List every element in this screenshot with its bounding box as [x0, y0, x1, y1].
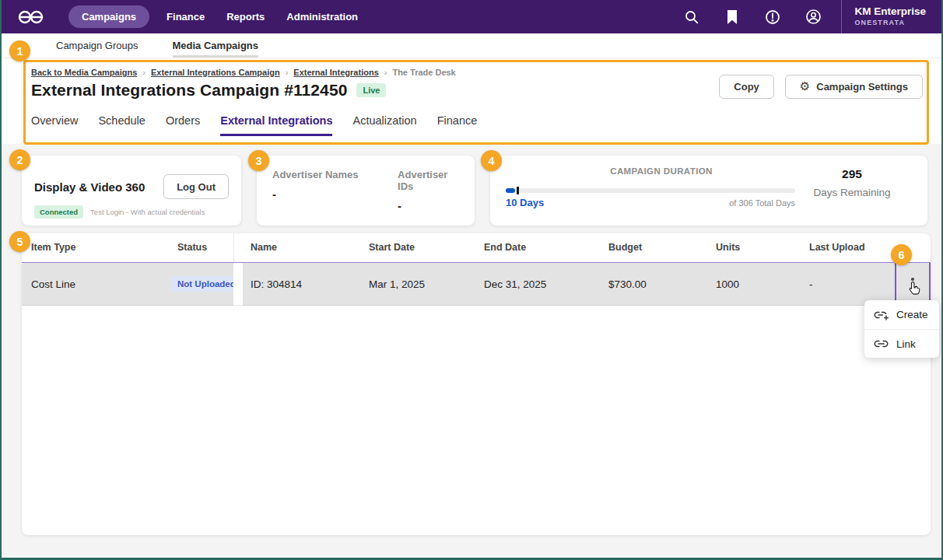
duration-title: CAMPAIGN DURATION — [490, 166, 833, 176]
tenant-name: KM Enterprise — [854, 5, 926, 19]
subnav-campaign-groups[interactable]: Campaign Groups — [56, 33, 138, 58]
breadcrumb-campaign-link[interactable]: External Integrations Campaign — [151, 68, 280, 77]
advertiser-names-label: Advertiser Names — [272, 169, 398, 180]
breadcrumb-separator: › — [142, 68, 145, 77]
breadcrumb-separator: › — [384, 68, 387, 77]
alert-info-icon[interactable] — [763, 8, 782, 26]
column-header-budget: Budget — [601, 233, 708, 262]
campaign-header: Back to Media Campaigns › External Integ… — [0, 58, 943, 144]
cell-item-type: Cost Line — [22, 263, 170, 306]
nav-campaigns[interactable]: Campaigns — [68, 5, 149, 28]
tab-schedule[interactable]: Schedule — [98, 114, 145, 136]
days-remaining-label: Days Remaining — [798, 187, 906, 198]
menu-item-create[interactable]: Create — [864, 300, 939, 329]
app-window: Campaigns Finance Reports Administration — [0, 0, 943, 560]
tab-actualization[interactable]: Actualization — [352, 114, 416, 136]
connected-badge: Connected — [34, 205, 83, 219]
campaign-settings-button[interactable]: ⚙ Campaign Settings — [785, 75, 923, 99]
duration-progress-track — [506, 188, 795, 193]
search-icon[interactable] — [682, 8, 701, 26]
advertiser-names-value: - — [272, 187, 398, 201]
nav-finance[interactable]: Finance — [167, 11, 205, 23]
navbar-divider — [841, 0, 842, 33]
top-navbar: Campaigns Finance Reports Administration — [0, 0, 943, 33]
breadcrumb-current: The Trade Desk — [392, 68, 455, 77]
column-header-name: Name — [243, 233, 361, 262]
advertiser-ids-label: Advertiser IDs — [398, 169, 459, 192]
duration-total-label: of 306 Total Days — [506, 198, 795, 208]
nav-reports[interactable]: Reports — [226, 11, 265, 23]
cell-last-upload: - — [801, 263, 895, 306]
table-header-row: Item Type Status Name Start Date End Dat… — [22, 233, 931, 262]
cell-status: Not Uploaded — [170, 263, 233, 306]
frozen-column-divider — [233, 233, 243, 262]
copy-button[interactable]: Copy — [719, 75, 774, 99]
duration-elapsed-bar — [506, 188, 515, 193]
menu-item-link-label: Link — [896, 338, 916, 350]
not-uploaded-badge: Not Uploaded — [171, 276, 242, 292]
gear-icon: ⚙ — [800, 81, 810, 93]
column-header-start-date: Start Date — [361, 233, 476, 262]
link-icon — [874, 338, 889, 350]
breadcrumb-back-link[interactable]: Back to Media Campaigns — [31, 68, 137, 77]
breadcrumb-separator: › — [286, 68, 289, 77]
live-status-badge: Live — [356, 83, 386, 97]
campaign-settings-label: Campaign Settings — [816, 81, 908, 93]
duration-marker — [517, 187, 519, 194]
tab-orders[interactable]: Orders — [166, 114, 200, 136]
nav-administration[interactable]: Administration — [286, 11, 358, 23]
column-header-end-date: End Date — [476, 233, 601, 262]
secondary-navbar: Campaign Groups Media Campaigns — [0, 33, 943, 58]
log-out-button[interactable]: Log Out — [163, 174, 229, 199]
menu-item-create-label: Create — [896, 309, 928, 320]
campaign-duration-card: CAMPAIGN DURATION 10 Days of 306 Total D… — [490, 156, 927, 226]
breadcrumb-integrations-link[interactable]: External Integrations — [293, 68, 378, 77]
breadcrumb: Back to Media Campaigns › External Integ… — [31, 68, 456, 77]
advertiser-ids-value: - — [398, 199, 459, 212]
cell-end-date: Dec 31, 2025 — [476, 263, 601, 306]
cell-name: ID: 304814 — [243, 263, 361, 306]
advertiser-card: Advertiser Names - Advertiser IDs - — [257, 156, 475, 226]
tab-overview[interactable]: Overview — [31, 114, 78, 136]
subnav-media-campaigns[interactable]: Media Campaigns — [173, 33, 259, 58]
column-header-last-upload: Last Upload — [801, 233, 895, 262]
page-title: External Integrations Campaign #112450 — [31, 81, 347, 100]
tenant-switcher[interactable]: KM Enterprise ONESTRATA — [854, 5, 926, 27]
bookmark-icon[interactable] — [723, 8, 741, 26]
cell-start-date: Mar 1, 2025 — [361, 263, 476, 306]
kebab-menu-icon[interactable] — [908, 275, 917, 293]
link-plus-icon — [874, 309, 889, 321]
column-header-status: Status — [170, 233, 233, 262]
tenant-product: ONESTRATA — [854, 19, 926, 27]
cell-units: 1000 — [708, 263, 801, 306]
account-icon[interactable] — [804, 8, 822, 26]
cell-budget: $730.00 — [601, 263, 708, 306]
column-header-units: Units — [708, 233, 801, 262]
tab-finance[interactable]: Finance — [437, 114, 478, 136]
menu-item-link[interactable]: Link — [864, 329, 939, 358]
tab-external-integrations[interactable]: External Integrations — [220, 114, 332, 136]
items-table: Item Type Status Name Start Date End Dat… — [22, 233, 931, 535]
cell-actions — [895, 263, 931, 306]
connection-title: Display & Video 360 — [34, 180, 145, 194]
column-header-item-type: Item Type — [22, 233, 170, 262]
connection-note: Test Login - With actual credentials — [90, 208, 205, 216]
column-header-actions — [895, 233, 931, 262]
days-remaining-value: 295 — [798, 167, 906, 181]
connection-card: Display & Video 360 Log Out Connected Te… — [22, 156, 241, 226]
row-actions-menu: Create Link — [864, 300, 939, 358]
frozen-column-divider — [233, 263, 243, 306]
campaign-tabs: Overview Schedule Orders External Integr… — [31, 114, 497, 136]
table-row[interactable]: Cost Line Not Uploaded ID: 304814 Mar 1,… — [22, 262, 931, 306]
brand-logo-icon[interactable] — [17, 9, 45, 26]
